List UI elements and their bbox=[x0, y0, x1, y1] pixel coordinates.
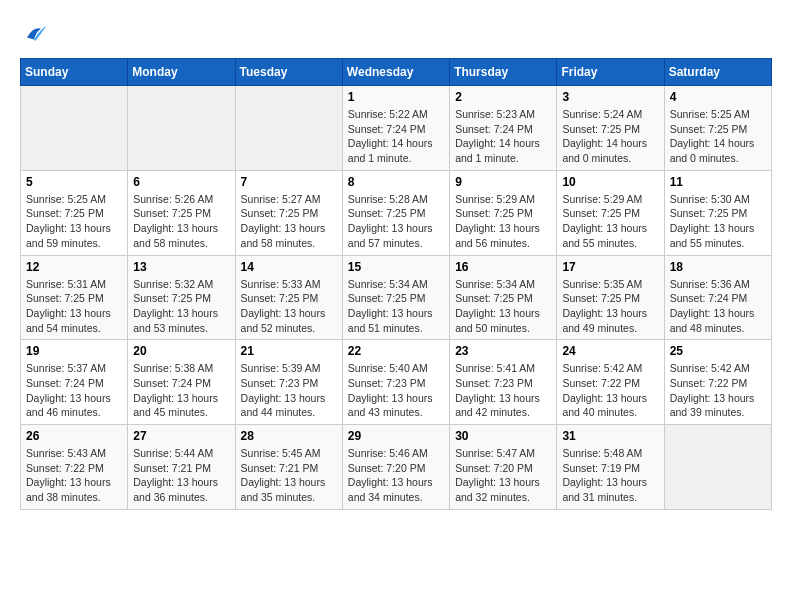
day-number: 19 bbox=[26, 344, 122, 358]
day-header-monday: Monday bbox=[128, 59, 235, 86]
day-number: 17 bbox=[562, 260, 658, 274]
day-info: Sunrise: 5:27 AM Sunset: 7:25 PM Dayligh… bbox=[241, 192, 337, 251]
day-number: 15 bbox=[348, 260, 444, 274]
day-info: Sunrise: 5:48 AM Sunset: 7:19 PM Dayligh… bbox=[562, 446, 658, 505]
calendar-cell: 13Sunrise: 5:32 AM Sunset: 7:25 PM Dayli… bbox=[128, 255, 235, 340]
calendar-cell: 17Sunrise: 5:35 AM Sunset: 7:25 PM Dayli… bbox=[557, 255, 664, 340]
calendar-cell: 16Sunrise: 5:34 AM Sunset: 7:25 PM Dayli… bbox=[450, 255, 557, 340]
calendar-cell: 28Sunrise: 5:45 AM Sunset: 7:21 PM Dayli… bbox=[235, 425, 342, 510]
day-number: 28 bbox=[241, 429, 337, 443]
day-number: 24 bbox=[562, 344, 658, 358]
day-info: Sunrise: 5:40 AM Sunset: 7:23 PM Dayligh… bbox=[348, 361, 444, 420]
day-header-tuesday: Tuesday bbox=[235, 59, 342, 86]
calendar-cell bbox=[664, 425, 771, 510]
calendar-cell: 14Sunrise: 5:33 AM Sunset: 7:25 PM Dayli… bbox=[235, 255, 342, 340]
day-info: Sunrise: 5:24 AM Sunset: 7:25 PM Dayligh… bbox=[562, 107, 658, 166]
day-headers-row: SundayMondayTuesdayWednesdayThursdayFrid… bbox=[21, 59, 772, 86]
day-number: 23 bbox=[455, 344, 551, 358]
day-info: Sunrise: 5:47 AM Sunset: 7:20 PM Dayligh… bbox=[455, 446, 551, 505]
calendar-cell: 8Sunrise: 5:28 AM Sunset: 7:25 PM Daylig… bbox=[342, 170, 449, 255]
day-number: 8 bbox=[348, 175, 444, 189]
day-info: Sunrise: 5:29 AM Sunset: 7:25 PM Dayligh… bbox=[562, 192, 658, 251]
calendar-cell bbox=[235, 86, 342, 171]
calendar-cell: 1Sunrise: 5:22 AM Sunset: 7:24 PM Daylig… bbox=[342, 86, 449, 171]
day-info: Sunrise: 5:30 AM Sunset: 7:25 PM Dayligh… bbox=[670, 192, 766, 251]
day-info: Sunrise: 5:33 AM Sunset: 7:25 PM Dayligh… bbox=[241, 277, 337, 336]
day-header-wednesday: Wednesday bbox=[342, 59, 449, 86]
logo bbox=[20, 20, 52, 48]
calendar-cell: 6Sunrise: 5:26 AM Sunset: 7:25 PM Daylig… bbox=[128, 170, 235, 255]
day-info: Sunrise: 5:42 AM Sunset: 7:22 PM Dayligh… bbox=[562, 361, 658, 420]
day-number: 25 bbox=[670, 344, 766, 358]
day-info: Sunrise: 5:25 AM Sunset: 7:25 PM Dayligh… bbox=[26, 192, 122, 251]
day-info: Sunrise: 5:23 AM Sunset: 7:24 PM Dayligh… bbox=[455, 107, 551, 166]
calendar-cell: 15Sunrise: 5:34 AM Sunset: 7:25 PM Dayli… bbox=[342, 255, 449, 340]
calendar-cell: 3Sunrise: 5:24 AM Sunset: 7:25 PM Daylig… bbox=[557, 86, 664, 171]
day-number: 2 bbox=[455, 90, 551, 104]
calendar-cell: 9Sunrise: 5:29 AM Sunset: 7:25 PM Daylig… bbox=[450, 170, 557, 255]
calendar-cell: 25Sunrise: 5:42 AM Sunset: 7:22 PM Dayli… bbox=[664, 340, 771, 425]
day-number: 14 bbox=[241, 260, 337, 274]
day-number: 18 bbox=[670, 260, 766, 274]
day-info: Sunrise: 5:38 AM Sunset: 7:24 PM Dayligh… bbox=[133, 361, 229, 420]
day-number: 6 bbox=[133, 175, 229, 189]
day-info: Sunrise: 5:37 AM Sunset: 7:24 PM Dayligh… bbox=[26, 361, 122, 420]
calendar-cell: 11Sunrise: 5:30 AM Sunset: 7:25 PM Dayli… bbox=[664, 170, 771, 255]
day-info: Sunrise: 5:28 AM Sunset: 7:25 PM Dayligh… bbox=[348, 192, 444, 251]
day-number: 7 bbox=[241, 175, 337, 189]
week-row-3: 12Sunrise: 5:31 AM Sunset: 7:25 PM Dayli… bbox=[21, 255, 772, 340]
calendar-cell: 26Sunrise: 5:43 AM Sunset: 7:22 PM Dayli… bbox=[21, 425, 128, 510]
calendar-cell: 12Sunrise: 5:31 AM Sunset: 7:25 PM Dayli… bbox=[21, 255, 128, 340]
calendar-cell: 24Sunrise: 5:42 AM Sunset: 7:22 PM Dayli… bbox=[557, 340, 664, 425]
day-info: Sunrise: 5:36 AM Sunset: 7:24 PM Dayligh… bbox=[670, 277, 766, 336]
day-header-friday: Friday bbox=[557, 59, 664, 86]
day-info: Sunrise: 5:43 AM Sunset: 7:22 PM Dayligh… bbox=[26, 446, 122, 505]
day-info: Sunrise: 5:41 AM Sunset: 7:23 PM Dayligh… bbox=[455, 361, 551, 420]
calendar-table: SundayMondayTuesdayWednesdayThursdayFrid… bbox=[20, 58, 772, 510]
day-info: Sunrise: 5:26 AM Sunset: 7:25 PM Dayligh… bbox=[133, 192, 229, 251]
day-number: 29 bbox=[348, 429, 444, 443]
calendar-cell: 5Sunrise: 5:25 AM Sunset: 7:25 PM Daylig… bbox=[21, 170, 128, 255]
calendar-cell: 29Sunrise: 5:46 AM Sunset: 7:20 PM Dayli… bbox=[342, 425, 449, 510]
day-number: 16 bbox=[455, 260, 551, 274]
calendar-cell: 22Sunrise: 5:40 AM Sunset: 7:23 PM Dayli… bbox=[342, 340, 449, 425]
calendar-cell: 31Sunrise: 5:48 AM Sunset: 7:19 PM Dayli… bbox=[557, 425, 664, 510]
calendar-cell: 19Sunrise: 5:37 AM Sunset: 7:24 PM Dayli… bbox=[21, 340, 128, 425]
day-info: Sunrise: 5:39 AM Sunset: 7:23 PM Dayligh… bbox=[241, 361, 337, 420]
day-number: 9 bbox=[455, 175, 551, 189]
calendar-cell: 21Sunrise: 5:39 AM Sunset: 7:23 PM Dayli… bbox=[235, 340, 342, 425]
day-info: Sunrise: 5:46 AM Sunset: 7:20 PM Dayligh… bbox=[348, 446, 444, 505]
day-info: Sunrise: 5:32 AM Sunset: 7:25 PM Dayligh… bbox=[133, 277, 229, 336]
day-number: 26 bbox=[26, 429, 122, 443]
day-number: 21 bbox=[241, 344, 337, 358]
day-info: Sunrise: 5:34 AM Sunset: 7:25 PM Dayligh… bbox=[455, 277, 551, 336]
day-info: Sunrise: 5:44 AM Sunset: 7:21 PM Dayligh… bbox=[133, 446, 229, 505]
week-row-2: 5Sunrise: 5:25 AM Sunset: 7:25 PM Daylig… bbox=[21, 170, 772, 255]
calendar-cell bbox=[128, 86, 235, 171]
day-number: 11 bbox=[670, 175, 766, 189]
day-number: 1 bbox=[348, 90, 444, 104]
calendar-cell: 23Sunrise: 5:41 AM Sunset: 7:23 PM Dayli… bbox=[450, 340, 557, 425]
logo-icon bbox=[20, 20, 48, 48]
day-info: Sunrise: 5:45 AM Sunset: 7:21 PM Dayligh… bbox=[241, 446, 337, 505]
day-info: Sunrise: 5:29 AM Sunset: 7:25 PM Dayligh… bbox=[455, 192, 551, 251]
page-header bbox=[20, 20, 772, 48]
day-header-thursday: Thursday bbox=[450, 59, 557, 86]
day-number: 10 bbox=[562, 175, 658, 189]
day-number: 5 bbox=[26, 175, 122, 189]
week-row-5: 26Sunrise: 5:43 AM Sunset: 7:22 PM Dayli… bbox=[21, 425, 772, 510]
day-info: Sunrise: 5:35 AM Sunset: 7:25 PM Dayligh… bbox=[562, 277, 658, 336]
day-info: Sunrise: 5:31 AM Sunset: 7:25 PM Dayligh… bbox=[26, 277, 122, 336]
calendar-cell: 2Sunrise: 5:23 AM Sunset: 7:24 PM Daylig… bbox=[450, 86, 557, 171]
week-row-4: 19Sunrise: 5:37 AM Sunset: 7:24 PM Dayli… bbox=[21, 340, 772, 425]
day-number: 30 bbox=[455, 429, 551, 443]
day-info: Sunrise: 5:34 AM Sunset: 7:25 PM Dayligh… bbox=[348, 277, 444, 336]
calendar-cell: 20Sunrise: 5:38 AM Sunset: 7:24 PM Dayli… bbox=[128, 340, 235, 425]
day-header-sunday: Sunday bbox=[21, 59, 128, 86]
day-number: 12 bbox=[26, 260, 122, 274]
week-row-1: 1Sunrise: 5:22 AM Sunset: 7:24 PM Daylig… bbox=[21, 86, 772, 171]
calendar-cell: 30Sunrise: 5:47 AM Sunset: 7:20 PM Dayli… bbox=[450, 425, 557, 510]
day-number: 22 bbox=[348, 344, 444, 358]
day-number: 20 bbox=[133, 344, 229, 358]
day-number: 31 bbox=[562, 429, 658, 443]
